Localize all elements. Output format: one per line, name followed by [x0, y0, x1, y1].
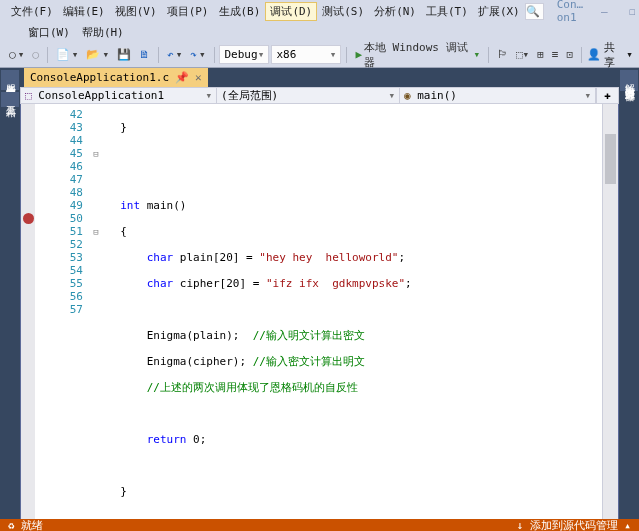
- menu-project[interactable]: 项目(P): [162, 2, 214, 21]
- fold-margin[interactable]: ⊟⊟: [89, 104, 103, 531]
- breakpoint-margin[interactable]: [21, 104, 35, 531]
- platform-value: x86: [276, 48, 296, 61]
- nav-back-button[interactable]: ◯▾: [6, 46, 27, 63]
- breakpoint-glyph[interactable]: [21, 212, 35, 225]
- toolbox-tab[interactable]: 工具箱: [1, 92, 19, 107]
- server-explorer-tab[interactable]: 服务器资源管理器: [1, 70, 19, 90]
- new-project-button[interactable]: 📄▾: [53, 46, 82, 63]
- chevron-down-icon: ▾: [330, 48, 337, 61]
- run-label: 本地 Windows 调试器: [364, 40, 471, 70]
- nav-project[interactable]: ⬚ ConsoleApplication1▾: [21, 88, 217, 103]
- menu-analyze[interactable]: 分析(N): [369, 2, 421, 21]
- nav-add-button[interactable]: ✚: [596, 88, 618, 103]
- main-toolbar: ◯▾ ◯ 📄▾ 📂▾ 💾 🗎 ↶▾ ↷▾ Debug▾ x86▾ ▶ 本地 Wi…: [0, 42, 639, 68]
- live-share-button[interactable]: 👤 共享 ▾: [587, 40, 633, 70]
- document-tabs: ConsoleApplication1.c 📌 ✕: [20, 68, 619, 87]
- menu-test[interactable]: 测试(S): [317, 2, 369, 21]
- nav-fwd-button[interactable]: ◯: [29, 46, 42, 63]
- left-tool-strip: 服务器资源管理器 工具箱: [0, 68, 20, 519]
- redo-button[interactable]: ↷▾: [187, 46, 208, 63]
- nav-func[interactable]: ◉ main()▾: [400, 88, 596, 103]
- menu-file[interactable]: 文件(F): [6, 2, 58, 21]
- window-buttons: — ☐ ✕: [590, 2, 639, 20]
- nav-project-label: ConsoleApplication1: [38, 89, 164, 102]
- save-all-button[interactable]: 🗎: [136, 46, 153, 63]
- editor-area: ConsoleApplication1.c 📌 ✕ ⬚ ConsoleAppli…: [20, 68, 619, 519]
- menu-view[interactable]: 视图(V): [110, 2, 162, 21]
- file-tab-label: ConsoleApplication1.c: [30, 71, 169, 84]
- search-box[interactable]: 🔍: [525, 3, 544, 20]
- line-numbers: 42434445464748495051525354555657: [35, 104, 89, 531]
- menu-tools[interactable]: 工具(T): [421, 2, 473, 21]
- search-icon: 🔍: [526, 5, 540, 18]
- nav-bar: ⬚ ConsoleApplication1▾ (全局范围)▾ ◉ main()▾…: [20, 87, 619, 104]
- solution-explorer-tab[interactable]: 解决方案资源管理器: [620, 70, 638, 91]
- tb-icon-1[interactable]: 🏳: [494, 46, 511, 63]
- config-select[interactable]: Debug▾: [219, 45, 269, 64]
- platform-select[interactable]: x86▾: [271, 45, 341, 64]
- right-tool-strip: 解决方案资源管理器: [619, 68, 639, 519]
- scroll-thumb[interactable]: [605, 134, 616, 184]
- pin-icon[interactable]: 📌: [175, 71, 189, 84]
- tb-icon-2[interactable]: ⬚▾: [513, 46, 532, 63]
- source-control-button[interactable]: ↓ 添加到源代码管理 ▴: [517, 518, 632, 532]
- config-value: Debug: [224, 48, 257, 61]
- vertical-scrollbar[interactable]: [602, 104, 618, 531]
- code-body[interactable]: } int main() { char plain[20] = "hey hey…: [103, 104, 602, 531]
- menu-extensions[interactable]: 扩展(X): [473, 2, 525, 21]
- chevron-down-icon: ▾: [388, 89, 395, 102]
- chevron-down-icon: ▾: [584, 89, 591, 102]
- tb-icon-5[interactable]: ⊡: [563, 46, 576, 63]
- menu-window[interactable]: 窗口(W): [22, 23, 76, 42]
- code-editor[interactable]: 42434445464748495051525354555657 ⊟⊟ } in…: [20, 104, 619, 531]
- tb-icon-3[interactable]: ⊞: [534, 46, 547, 63]
- menubar-row2: 窗口(W) 帮助(H): [0, 22, 639, 42]
- chevron-down-icon: ▾: [205, 89, 212, 102]
- run-debug-button[interactable]: ▶ 本地 Windows 调试器 ▾: [352, 38, 483, 72]
- menubar: 文件(F) 编辑(E) 视图(V) 项目(P) 生成(B) 调试(D) 测试(S…: [0, 0, 639, 22]
- nav-scope[interactable]: (全局范围)▾: [217, 88, 400, 103]
- menu-edit[interactable]: 编辑(E): [58, 2, 110, 21]
- file-tab[interactable]: ConsoleApplication1.c 📌 ✕: [24, 68, 208, 87]
- tb-icon-4[interactable]: ≡: [549, 46, 562, 63]
- central-area: 服务器资源管理器 工具箱 ConsoleApplication1.c 📌 ✕ ⬚…: [0, 68, 639, 519]
- minimize-button[interactable]: —: [590, 2, 618, 20]
- maximize-button[interactable]: ☐: [618, 2, 639, 20]
- nav-func-label: main(): [417, 89, 457, 102]
- tab-close-icon[interactable]: ✕: [195, 71, 202, 84]
- menu-help[interactable]: 帮助(H): [76, 23, 130, 42]
- status-bar: ♻ 就绪 ↓ 添加到源代码管理 ▴: [0, 519, 639, 531]
- open-button[interactable]: 📂▾: [83, 46, 112, 63]
- chevron-down-icon: ▾: [258, 48, 265, 61]
- quick-launch[interactable]: Con…on1: [550, 0, 591, 27]
- menu-debug[interactable]: 调试(D): [265, 2, 317, 21]
- menu-build[interactable]: 生成(B): [214, 2, 266, 21]
- undo-button[interactable]: ↶▾: [164, 46, 185, 63]
- save-button[interactable]: 💾: [114, 46, 134, 63]
- ready-label: ♻ 就绪: [8, 518, 43, 532]
- nav-scope-label: (全局范围): [221, 88, 278, 103]
- share-label: 共享: [604, 40, 623, 70]
